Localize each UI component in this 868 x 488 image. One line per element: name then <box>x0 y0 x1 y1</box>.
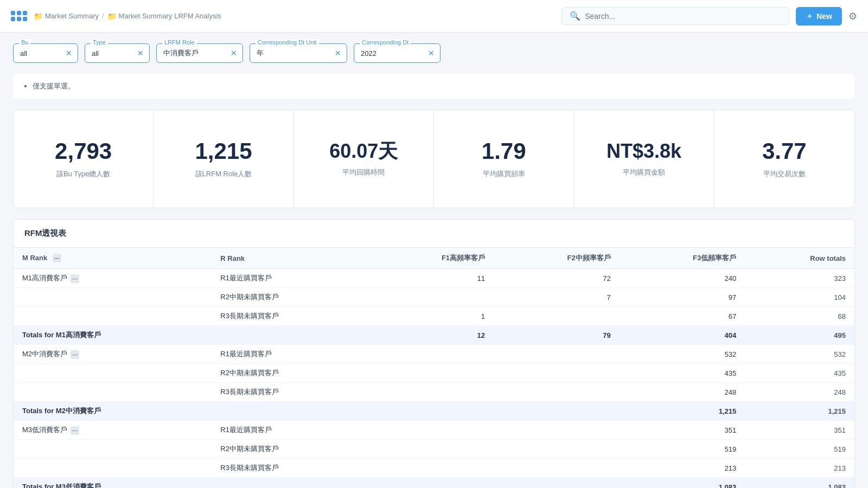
search-input[interactable] <box>585 12 781 21</box>
kpi-bu-type-value: 2,793 <box>55 139 112 164</box>
cell-f3: 435 <box>620 364 745 383</box>
new-button[interactable]: ＋ New <box>796 7 842 25</box>
row-collapse-btn[interactable]: — <box>71 274 79 283</box>
cell-m-rank: M3低消費客戶— <box>14 421 212 440</box>
cell-f2: 72 <box>494 269 620 288</box>
cell-f3: 213 <box>620 459 745 478</box>
cell-row-total: 68 <box>745 307 854 326</box>
logo-icon <box>11 11 28 21</box>
cell-f2 <box>494 440 620 459</box>
filter-dt-clear[interactable]: ✕ <box>423 44 440 62</box>
notice-box: 僅支援單選。 <box>13 74 855 99</box>
cell-r-rank: R3長期未購買客戶 <box>212 383 368 402</box>
cell-f1 <box>368 383 494 402</box>
table-row: R3長期未購買客戶213213 <box>14 459 854 478</box>
cell-f3: 351 <box>620 421 745 440</box>
cell-m-rank <box>14 288 212 307</box>
kpi-avg-repurchase-value: 60.07天 <box>329 140 398 162</box>
cell-row-total: 248 <box>745 383 854 402</box>
table-row: M1高消費客戶—R1最近購買客戶1172240323 <box>14 269 854 288</box>
filter-bu-value: all <box>14 45 60 62</box>
col-f1: F1高頻率客戶 <box>368 248 494 269</box>
filter-bu-clear[interactable]: ✕ <box>60 44 78 62</box>
filter-type-label: Type <box>91 39 108 46</box>
header: 📁 Market Summary / 📁 Market Summary LRFM… <box>0 0 868 33</box>
kpi-avg-tx-count-label: 平均交易次數 <box>763 169 806 179</box>
search-bar[interactable]: 🔍 <box>561 7 789 25</box>
table-row: Totals for M1高消費客戶1279404495 <box>14 326 854 345</box>
cell-row-total: 1,215 <box>745 402 854 421</box>
filters-row: Bu all ✕ Type all ✕ LRFM Role 中消費客戶 ✕ Co… <box>13 43 855 63</box>
cell-f1: 1 <box>368 307 494 326</box>
m-rank-collapse-btn[interactable]: — <box>53 254 61 262</box>
cell-row-total: 213 <box>745 459 854 478</box>
cell-r-rank: R1最近購買客戶 <box>212 421 368 440</box>
filter-lrfm-role[interactable]: LRFM Role 中消費客戶 ✕ <box>156 43 243 63</box>
filter-dt-unit[interactable]: Corresponding Dt Unit 年 ✕ <box>250 43 347 63</box>
main-content: Bu all ✕ Type all ✕ LRFM Role 中消費客戶 ✕ Co… <box>0 33 868 488</box>
table-row: Totals for M2中消費客戶1,2151,215 <box>14 402 854 421</box>
filter-dt-label: Corresponding Dt <box>360 39 411 46</box>
cell-f1 <box>368 478 494 489</box>
kpi-avg-buy-amount: NT$3.8k 平均購買金額 <box>574 110 714 208</box>
cell-r-rank <box>212 478 368 489</box>
row-collapse-btn[interactable]: — <box>71 350 79 359</box>
cell-f2 <box>494 345 620 364</box>
cell-m-rank <box>14 364 212 383</box>
kpi-avg-repurchase-label: 平均回購時間 <box>342 168 385 177</box>
cell-f1: 12 <box>368 326 494 345</box>
filter-dt-unit-label: Corresponding Dt Unit <box>256 39 319 46</box>
cell-f3: 240 <box>620 269 745 288</box>
kpi-avg-buy-amount-label: 平均購買金額 <box>623 168 665 177</box>
kpi-avg-tx-count-value: 3.77 <box>762 139 807 164</box>
table-row: R2中期未購買客戶797104 <box>14 288 854 307</box>
filter-type-clear[interactable]: ✕ <box>132 44 149 62</box>
notice-item: 僅支援單選。 <box>33 81 844 91</box>
col-m-rank: M Rank — <box>14 248 212 269</box>
cell-r-rank: R2中期未購買客戶 <box>212 440 368 459</box>
cell-f1 <box>368 288 494 307</box>
cell-m-rank: Totals for M1高消費客戶 <box>14 326 212 345</box>
kpi-avg-buy-freq-label: 平均購買頻率 <box>483 169 525 179</box>
cell-r-rank <box>212 402 368 421</box>
filter-bu-label: Bu <box>19 39 30 46</box>
filter-dt-unit-clear[interactable]: ✕ <box>329 44 347 62</box>
search-icon: 🔍 <box>570 11 580 21</box>
filter-type[interactable]: Type all ✕ <box>85 43 150 63</box>
settings-icon[interactable]: ⚙ <box>848 10 857 22</box>
cell-f3: 1,215 <box>620 402 745 421</box>
cell-r-rank: R3長期未購買客戶 <box>212 459 368 478</box>
filter-dt[interactable]: Corresponding Dt 2022 ✕ <box>354 43 441 63</box>
cell-row-total: 519 <box>745 440 854 459</box>
folder-icon: 📁 <box>34 12 43 21</box>
filter-lrfm-role-value: 中消費客戶 <box>157 44 225 62</box>
filter-bu[interactable]: Bu all ✕ <box>13 43 78 63</box>
filter-lrfm-role-clear[interactable]: ✕ <box>225 44 242 62</box>
kpi-avg-buy-amount-value: NT$3.8k <box>607 140 681 162</box>
breadcrumb-market-summary[interactable]: 📁 Market Summary <box>34 12 99 21</box>
cell-f1 <box>368 440 494 459</box>
rfm-table-section: RFM透視表 M Rank — R Rank F1高頻率客戶 F2中頻率客戶 F… <box>13 219 855 488</box>
cell-f3: 248 <box>620 383 745 402</box>
cell-r-rank: R2中期未購買客戶 <box>212 288 368 307</box>
cell-f1 <box>368 345 494 364</box>
table-row: R3長期未購買客戶248248 <box>14 383 854 402</box>
cell-f3: 97 <box>620 288 745 307</box>
breadcrumb-lrfm-analysis[interactable]: 📁 Market Summary LRFM Analysis <box>107 12 221 21</box>
cell-row-total: 104 <box>745 288 854 307</box>
cell-r-rank <box>212 326 368 345</box>
breadcrumb: 📁 Market Summary / 📁 Market Summary LRFM… <box>34 12 221 21</box>
row-collapse-btn[interactable]: — <box>71 426 79 435</box>
col-row-totals: Row totals <box>745 248 854 269</box>
cell-m-rank <box>14 383 212 402</box>
cell-m-rank <box>14 440 212 459</box>
cell-f1 <box>368 364 494 383</box>
cell-m-rank: Totals for M3低消費客戶 <box>14 478 212 489</box>
cell-f2 <box>494 478 620 489</box>
table-row: M3低消費客戶—R1最近購買客戶351351 <box>14 421 854 440</box>
cell-f1 <box>368 421 494 440</box>
table-row: M2中消費客戶—R1最近購買客戶532532 <box>14 345 854 364</box>
kpi-lrfm-role-value: 1,215 <box>195 139 252 164</box>
filter-lrfm-role-label: LRFM Role <box>162 39 197 46</box>
filter-dt-unit-value: 年 <box>250 44 329 62</box>
